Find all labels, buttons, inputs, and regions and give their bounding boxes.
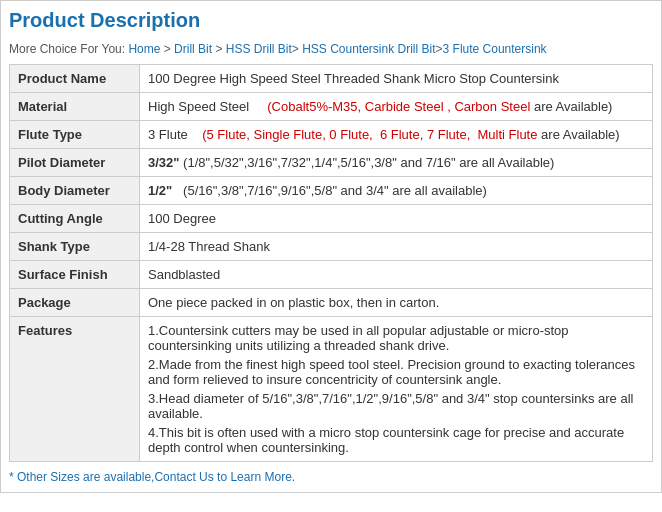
breadcrumb-hss-drill-bit[interactable]: HSS Drill Bit (226, 42, 292, 56)
breadcrumb-hss-countersink[interactable]: HSS Countersink Drill Bit (302, 42, 435, 56)
breadcrumb-drill-bit[interactable]: Drill Bit (174, 42, 212, 56)
label-flute-type: Flute Type (10, 121, 140, 149)
table-row-pilot-diameter: Pilot Diameter 3/32" (1/8",5/32",3/16",7… (10, 149, 653, 177)
table-row-cutting-angle: Cutting Angle 100 Degree (10, 205, 653, 233)
table-row-material: Material High Speed Steel (Cobalt5%-M35,… (10, 93, 653, 121)
product-table: Product Name 100 Degree High Speed Steel… (9, 64, 653, 462)
table-row-shank-type: Shank Type 1/4-28 Thread Shank (10, 233, 653, 261)
feature-3: 3.Head diameter of 5/16",3/8",7/16",1/2"… (148, 391, 644, 421)
table-row-features: Features 1.Countersink cutters may be us… (10, 317, 653, 462)
page-title: Product Description (9, 9, 653, 36)
body-plain: (5/16",3/8",7/16",9/16",5/8" and 3/4" ar… (176, 183, 487, 198)
value-package: One piece packed in on plastic box, then… (140, 289, 653, 317)
value-body-diameter: 1/2" (5/16",3/8",7/16",9/16",5/8" and 3/… (140, 177, 653, 205)
value-flute-type: 3 Flute (5 Flute, Single Flute, 0 Flute,… (140, 121, 653, 149)
value-material: High Speed Steel (Cobalt5%-M35, Carbide … (140, 93, 653, 121)
table-row-flute-type: Flute Type 3 Flute (5 Flute, Single Flut… (10, 121, 653, 149)
value-surface-finish: Sandblasted (140, 261, 653, 289)
product-description-container: Product Description More Choice For You:… (0, 0, 662, 493)
pilot-bold: 3/32" (148, 155, 179, 170)
value-pilot-diameter: 3/32" (1/8",5/32",3/16",7/32",1/4",5/16"… (140, 149, 653, 177)
feature-1: 1.Countersink cutters may be used in all… (148, 323, 644, 353)
flute-plain: 3 Flute (148, 127, 188, 142)
label-product-name: Product Name (10, 65, 140, 93)
table-row-body-diameter: Body Diameter 1/2" (5/16",3/8",7/16",9/1… (10, 177, 653, 205)
label-pilot-diameter: Pilot Diameter (10, 149, 140, 177)
feature-2: 2.Made from the finest high speed tool s… (148, 357, 644, 387)
breadcrumb-3flute[interactable]: 3 Flute Countersink (443, 42, 547, 56)
breadcrumb: More Choice For You: Home > Drill Bit > … (9, 42, 653, 56)
pilot-plain: (1/8",5/32",3/16",7/32",1/4",5/16",3/8" … (183, 155, 554, 170)
breadcrumb-home[interactable]: Home (128, 42, 160, 56)
value-product-name: 100 Degree High Speed Steel Threaded Sha… (140, 65, 653, 93)
label-body-diameter: Body Diameter (10, 177, 140, 205)
label-features: Features (10, 317, 140, 462)
label-shank-type: Shank Type (10, 233, 140, 261)
table-row-surface-finish: Surface Finish Sandblasted (10, 261, 653, 289)
table-row-product-name: Product Name 100 Degree High Speed Steel… (10, 65, 653, 93)
flute-colored: (5 Flute, Single Flute, 0 Flute, 6 Flute… (202, 127, 537, 142)
flute-suffix: are Available) (541, 127, 620, 142)
label-package: Package (10, 289, 140, 317)
breadcrumb-prefix: More Choice For You: (9, 42, 125, 56)
material-colored: (Cobalt5%-M35, Carbide Steel , Carbon St… (267, 99, 530, 114)
material-plain: High Speed Steel (148, 99, 249, 114)
material-suffix: are Available) (534, 99, 613, 114)
label-material: Material (10, 93, 140, 121)
label-cutting-angle: Cutting Angle (10, 205, 140, 233)
feature-4: 4.This bit is often used with a micro st… (148, 425, 644, 455)
footer-note: * Other Sizes are available,Contact Us t… (9, 470, 653, 484)
body-bold: 1/2" (148, 183, 172, 198)
value-cutting-angle: 100 Degree (140, 205, 653, 233)
table-row-package: Package One piece packed in on plastic b… (10, 289, 653, 317)
label-surface-finish: Surface Finish (10, 261, 140, 289)
value-shank-type: 1/4-28 Thread Shank (140, 233, 653, 261)
value-features: 1.Countersink cutters may be used in all… (140, 317, 653, 462)
